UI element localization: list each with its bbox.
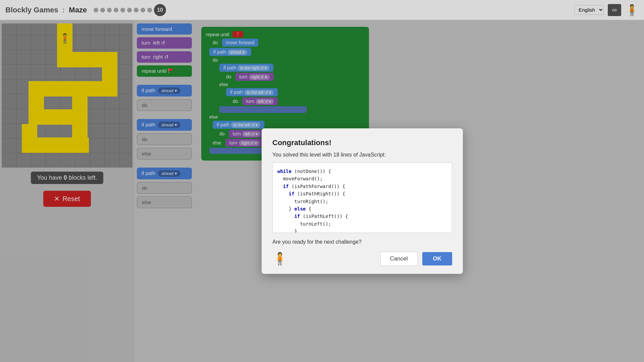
congratulations-modal: Congratulations! You solved this level w… [262, 128, 463, 274]
modal-footer: 🧍 Cancel OK [272, 252, 452, 266]
modal-subtitle: You solved this level with 18 lines of J… [272, 152, 452, 158]
modal-avatar: 🧍 [272, 252, 287, 266]
code-display: while (notDone()) { moveForward(); if (i… [272, 163, 452, 233]
ok-button[interactable]: OK [422, 252, 452, 265]
cancel-button[interactable]: Cancel [380, 252, 418, 266]
modal-title: Congratulations! [272, 138, 452, 147]
modal-question: Are you ready for the next challenge? [272, 239, 452, 245]
modal-overlay: Congratulations! You solved this level w… [0, 0, 644, 362]
